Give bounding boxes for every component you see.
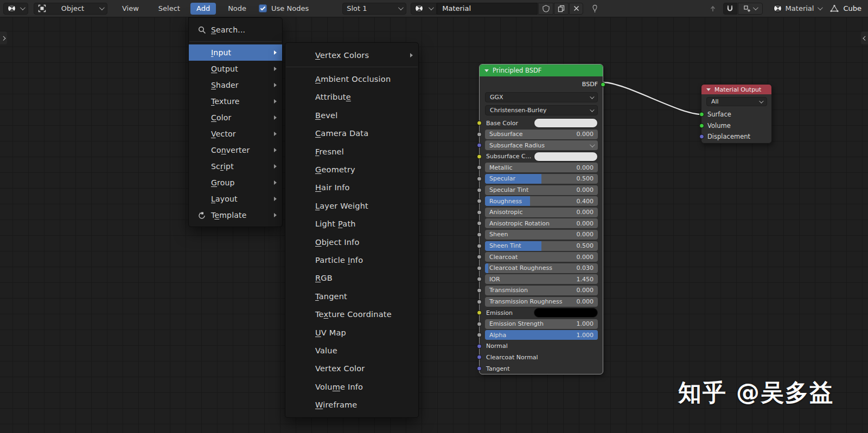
input-socket-specular-tint[interactable]: [477, 188, 482, 192]
add-menu-item-input[interactable]: Input: [189, 44, 282, 61]
left-sidebar-toggle[interactable]: [0, 31, 7, 44]
input-socket-emission-strength[interactable]: [477, 321, 482, 326]
material-name-field[interactable]: Material: [437, 3, 538, 15]
bsdf-output-socket[interactable]: [601, 82, 605, 87]
input-submenu-item-uv-map[interactable]: UV Map: [285, 324, 418, 341]
slider-clearcoat[interactable]: Clearcoat0.000: [485, 252, 598, 262]
input-socket-emission[interactable]: [477, 311, 482, 315]
slider-sheen[interactable]: Sheen0.000: [485, 230, 598, 240]
pin-button[interactable]: [591, 4, 599, 13]
color-swatch-subsurface-c[interactable]: [534, 152, 598, 161]
input-submenu-item-layer-weight[interactable]: Layer Weight: [285, 197, 418, 215]
shader-mode-dropdown[interactable]: Object: [34, 3, 107, 15]
input-socket-anisotropic-rotation[interactable]: [477, 221, 482, 226]
input-socket-sheen-tint[interactable]: [477, 243, 482, 248]
input-socket-subsurface-c[interactable]: [477, 154, 482, 159]
input-socket-base-color[interactable]: [477, 121, 482, 126]
add-menu-item-color[interactable]: Color: [189, 109, 282, 126]
breadcrumb-material[interactable]: Material: [774, 4, 822, 12]
input-submenu-item-hair-info[interactable]: Hair Info: [285, 179, 418, 197]
input-submenu-item-tangent[interactable]: Tangent: [285, 287, 418, 305]
input-socket-displacement[interactable]: [699, 134, 704, 139]
use-nodes-toggle[interactable]: Use Nodes: [259, 4, 309, 12]
slider-anisotropic-rotation[interactable]: Anisotropic Rotation0.000: [485, 218, 598, 228]
input-socket-volume[interactable]: [699, 123, 704, 128]
input-submenu-item-geometry[interactable]: Geometry: [285, 160, 418, 178]
subsurface-method-dropdown[interactable]: Christensen-Burley: [485, 105, 598, 115]
slider-alpha[interactable]: Alpha1.000: [485, 330, 598, 340]
add-menu-item-converter[interactable]: Converter: [189, 142, 282, 158]
input-submenu-item-ambient-occlusion[interactable]: Ambient Occlusion: [285, 70, 418, 88]
input-submenu-item-wireframe[interactable]: Wireframe: [285, 396, 418, 413]
fake-user-button[interactable]: [538, 3, 553, 15]
slider-subsurface[interactable]: Subsurface0.000: [485, 130, 598, 139]
material-output-node[interactable]: Material Output All SurfaceVolumeDisplac…: [701, 84, 772, 144]
menu-view[interactable]: View: [116, 3, 145, 15]
input-socket-normal[interactable]: [477, 344, 482, 348]
input-submenu-item-vertex-color[interactable]: Vertex Color: [285, 360, 418, 378]
use-snap-toggle[interactable]: [723, 3, 737, 15]
input-submenu-item-fresnel[interactable]: Fresnel: [285, 143, 418, 160]
slider-transmission-roughness[interactable]: Transmission Roughness0.000: [485, 297, 598, 307]
input-socket-clearcoat-roughness[interactable]: [477, 266, 482, 270]
add-menu-item-layout[interactable]: Layout: [189, 191, 282, 207]
add-menu-search[interactable]: Search...: [189, 21, 282, 38]
browse-material-button[interactable]: [411, 3, 437, 15]
editor-type-dropdown[interactable]: [3, 3, 28, 15]
input-socket-transmission-roughness[interactable]: [477, 299, 482, 304]
input-submenu-item-particle-info[interactable]: Particle Info: [285, 251, 418, 269]
input-submenu-item-texture-coordinate[interactable]: Texture Coordinate: [285, 305, 418, 323]
input-submenu-item-volume-info[interactable]: Volume Info: [285, 378, 418, 396]
input-submenu-item-attribute[interactable]: Attribute: [285, 88, 418, 106]
input-socket-roughness[interactable]: [477, 199, 482, 204]
input-submenu-item-rgb[interactable]: RGB: [285, 269, 418, 287]
input-submenu-item-light-path[interactable]: Light Path: [285, 215, 418, 233]
unlink-material-button[interactable]: [569, 3, 583, 15]
input-socket-subsurface-radius[interactable]: [477, 143, 482, 148]
principled-bsdf-node[interactable]: Principled BSDF BSDF GGX Christensen-Bur…: [479, 64, 603, 374]
principled-bsdf-header[interactable]: Principled BSDF: [480, 64, 603, 76]
input-socket-sheen[interactable]: [477, 232, 482, 237]
snap-mode-dropdown[interactable]: [738, 3, 763, 15]
checkbox-checked-icon[interactable]: [259, 4, 267, 12]
menu-node[interactable]: Node: [222, 3, 252, 15]
color-swatch-emission[interactable]: [534, 308, 598, 318]
slider-metallic[interactable]: Metallic0.000: [485, 163, 598, 172]
slider-roughness[interactable]: Roughness0.400: [485, 196, 598, 206]
collapse-triangle-icon[interactable]: [706, 88, 711, 91]
slider-ior[interactable]: IOR1.450: [485, 274, 598, 284]
input-submenu-item-object-info[interactable]: Object Info: [285, 233, 418, 251]
distribution-dropdown[interactable]: GGX: [485, 92, 598, 102]
material-output-header[interactable]: Material Output: [701, 85, 771, 94]
menu-add[interactable]: Add: [190, 3, 216, 15]
input-socket-anisotropic[interactable]: [477, 210, 482, 215]
collapse-triangle-icon[interactable]: [484, 69, 489, 72]
add-menu-item-vector[interactable]: Vector: [189, 126, 282, 142]
input-submenu-item-vertex-colors[interactable]: Vertex Colors: [285, 46, 418, 64]
input-socket-metallic[interactable]: [477, 165, 482, 170]
slider-clearcoat-roughness[interactable]: Clearcoat Roughness0.030: [485, 263, 598, 273]
material-slot-dropdown[interactable]: Slot 1: [342, 3, 406, 15]
output-target-dropdown[interactable]: All: [706, 97, 767, 106]
add-menu-item-texture[interactable]: Texture: [189, 93, 282, 109]
slider-anisotropic[interactable]: Anisotropic0.000: [485, 208, 598, 217]
go-to-parent-node-tree-button[interactable]: [706, 5, 720, 12]
menu-select[interactable]: Select: [152, 3, 186, 15]
add-menu-item-shader[interactable]: Shader: [189, 77, 282, 93]
input-socket-clearcoat-normal[interactable]: [477, 355, 482, 360]
input-socket-subsurface[interactable]: [477, 132, 482, 137]
slider-specular[interactable]: Specular0.500: [485, 174, 598, 184]
right-sidebar-toggle[interactable]: [861, 31, 868, 44]
input-socket-ior[interactable]: [477, 277, 482, 282]
input-socket-specular[interactable]: [477, 176, 482, 181]
slider-emission-strength[interactable]: Emission Strength1.000: [485, 319, 598, 329]
color-swatch-base-color[interactable]: [534, 118, 598, 128]
add-menu-item-group[interactable]: Group: [189, 175, 282, 191]
input-submenu-item-value[interactable]: Value: [285, 341, 418, 359]
slider-sheen-tint[interactable]: Sheen Tint0.500: [485, 241, 598, 251]
slider-transmission[interactable]: Transmission0.000: [485, 286, 598, 295]
input-socket-alpha[interactable]: [477, 333, 482, 338]
add-menu-item-template[interactable]: Template: [189, 207, 282, 223]
input-submenu-item-bevel[interactable]: Bevel: [285, 106, 418, 124]
node-editor-canvas[interactable]: [0, 17, 868, 433]
